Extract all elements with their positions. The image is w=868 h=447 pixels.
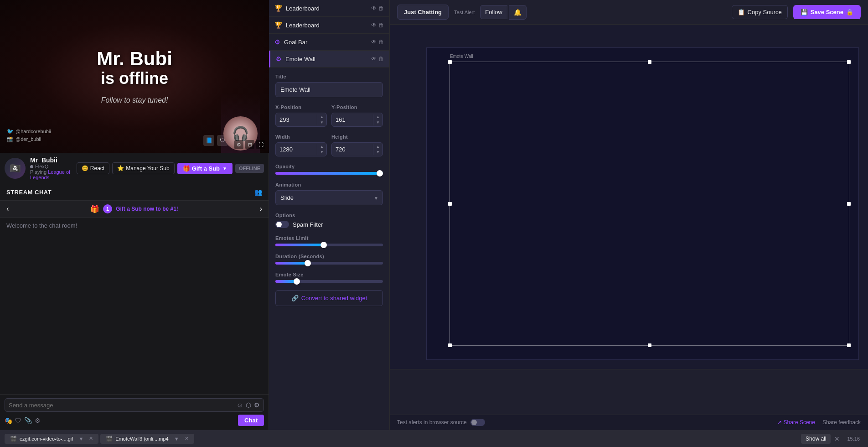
share-feedback-button[interactable]: Share feedback	[822, 419, 861, 426]
width-input[interactable]	[276, 143, 317, 156]
chat-emote-button[interactable]: 🎭	[5, 417, 12, 424]
width-up-button[interactable]: ▲	[317, 144, 326, 150]
opacity-thumb[interactable]	[377, 170, 383, 177]
browser-toggle-knob	[471, 420, 477, 425]
emotes-limit-thumb[interactable]	[320, 242, 327, 248]
widget-item-leaderboard2[interactable]: 🏆 Leaderboard 👁 🗑	[269, 17, 389, 34]
x-down-button[interactable]: ▼	[317, 120, 326, 125]
chat-input-icons: ☺ ⬡ ⚙	[237, 401, 260, 409]
duration-slider[interactable]	[275, 262, 383, 265]
copy-source-button[interactable]: 📋 Copy Source	[732, 5, 788, 19]
browser-source-toggle[interactable]	[470, 419, 485, 426]
leaderboard2-name: Leaderboard	[286, 22, 320, 29]
widget-item-emotewall[interactable]: ⚙ Emote Wall 👁 🗑	[269, 51, 389, 68]
spam-filter-toggle[interactable]	[275, 221, 289, 228]
widget-preview-box[interactable]: Emote Wall	[450, 62, 849, 346]
chat-clip-button[interactable]: 📎	[24, 417, 32, 424]
chat-users-button[interactable]: 👥	[254, 188, 262, 196]
chat-title: STREAM CHAT	[6, 189, 52, 196]
chat-promo: ‹ 🎁 1 Gift a Sub now to be #1! ›	[0, 201, 269, 218]
animation-select[interactable]: None Slide Fade Bounce	[275, 190, 383, 205]
emote-size-slider[interactable]	[275, 280, 383, 283]
avatar: 🏴‍☠️	[5, 158, 26, 179]
widget3-delete-button[interactable]: 🗑	[378, 39, 384, 45]
promo-text[interactable]: Gift a Sub now to be #1!	[116, 206, 178, 212]
width-input-wrap: ▲ ▼	[275, 142, 327, 156]
chat-send-button[interactable]: Chat	[238, 415, 264, 426]
save-scene-button[interactable]: 💾 Save Scene 🔒	[793, 5, 861, 19]
chat-shield-button[interactable]: 🛡	[15, 417, 21, 424]
y-down-button[interactable]: ▼	[373, 120, 382, 125]
title-field-group: Title	[275, 74, 383, 97]
opacity-slider[interactable]	[275, 172, 383, 175]
handle-bottom-right[interactable]	[847, 343, 851, 347]
widget4-visible-button[interactable]: 👁	[371, 56, 377, 62]
height-up-button[interactable]: ▲	[373, 144, 382, 150]
handle-top-middle[interactable]	[648, 60, 651, 64]
taskbar-tab-2[interactable]: 🎬 EmoteWall3 (onli....mp4 ▼ ✕	[100, 434, 194, 444]
promo-next-button[interactable]: ›	[260, 205, 262, 213]
widget-item-goalbar[interactable]: ⚙ Goal Bar 👁 🗑	[269, 34, 389, 51]
widget1-delete-button[interactable]: 🗑	[378, 5, 384, 11]
x-label: X-Position	[275, 104, 327, 110]
opacity-fill	[275, 172, 383, 175]
follow-notification-button[interactable]: 🔔	[509, 5, 527, 20]
chat-channel-points-button[interactable]: ⬡	[246, 401, 251, 409]
category-label: Just Chatting	[397, 5, 449, 20]
chat-input[interactable]	[9, 402, 235, 409]
width-down-button[interactable]: ▼	[317, 150, 326, 155]
tab1-close-x-button[interactable]: ✕	[89, 436, 93, 442]
handle-middle-right[interactable]	[847, 202, 851, 206]
tab2-close-x-button[interactable]: ✕	[185, 436, 189, 442]
twitter-handle: @hardcorebubii	[16, 129, 51, 134]
handle-top-left[interactable]	[448, 60, 452, 64]
duration-thumb[interactable]	[305, 260, 311, 266]
spam-filter-knob	[276, 222, 282, 227]
handle-middle-left[interactable]	[448, 202, 452, 206]
y-up-button[interactable]: ▲	[373, 114, 382, 120]
x-input[interactable]	[276, 113, 317, 126]
offline-text: Mr. Bubi is offline	[97, 48, 172, 88]
close-all-button[interactable]: ✕	[832, 433, 842, 444]
copy-source-label: Copy Source	[748, 9, 782, 16]
x-up-button[interactable]: ▲	[317, 114, 326, 120]
follow-select[interactable]: Follow	[480, 5, 507, 19]
gift-sub-button[interactable]: 🎁 Gift a Sub ▼	[177, 163, 232, 174]
title-input[interactable]	[275, 82, 383, 97]
chat-smiley-button[interactable]: ☺	[237, 401, 243, 409]
height-input[interactable]	[332, 143, 373, 156]
taskbar-tab-1[interactable]: 🎬 ezgif.com-video-to-....gif ▼ ✕	[5, 434, 98, 444]
y-input[interactable]	[332, 113, 373, 126]
stream-controls: ⚙ ⊞ ⛶	[234, 140, 265, 149]
widget3-hide-button[interactable]: 👁	[371, 39, 377, 45]
chat-settings-button[interactable]: ⚙	[254, 401, 260, 409]
tab1-close-button[interactable]: ▼	[78, 436, 83, 442]
game-link[interactable]: League of Legends	[30, 169, 70, 180]
handle-top-right[interactable]	[847, 60, 851, 64]
chat-gear-button[interactable]: ⚙	[35, 417, 41, 424]
fullscreen-icon[interactable]: ⛶	[256, 140, 265, 149]
handle-bottom-left[interactable]	[448, 343, 452, 347]
show-all-button[interactable]: Show all	[801, 434, 831, 444]
height-down-button[interactable]: ▼	[373, 150, 382, 155]
manage-sub-button[interactable]: ⭐ Manage Your Sub	[112, 162, 174, 174]
widget4-delete-button[interactable]: 🗑	[378, 56, 384, 62]
offline-badge: OFFLINE	[235, 164, 264, 173]
widget2-hide-button[interactable]: 👁	[371, 22, 377, 28]
gear-stream-icon[interactable]: ⚙	[234, 140, 243, 149]
expand-icon[interactable]: ⊞	[245, 140, 254, 149]
react-button[interactable]: 😊 React	[77, 162, 109, 174]
follow-text: Follow to stay tuned!	[101, 96, 168, 104]
width-label: Width	[275, 134, 327, 140]
widget2-delete-button[interactable]: 🗑	[378, 22, 384, 28]
emote-size-thumb[interactable]	[294, 278, 300, 285]
promo-prev-button[interactable]: ‹	[6, 205, 9, 213]
stream-socials: 🐦 @hardcorebubii 📸 @der_bubii	[7, 128, 51, 144]
tab2-close-button[interactable]: ▼	[174, 436, 179, 442]
share-scene-button[interactable]: ↗ Share Scene	[777, 419, 815, 426]
widget1-hide-button[interactable]: 👁	[371, 5, 377, 11]
emotes-limit-slider[interactable]	[275, 244, 383, 246]
widget-item-leaderboard1[interactable]: 🏆 Leaderboard 👁 🗑	[269, 0, 389, 17]
convert-shared-widget-button[interactable]: 🔗 Convert to shared widget	[275, 290, 383, 306]
handle-bottom-middle[interactable]	[648, 343, 651, 347]
